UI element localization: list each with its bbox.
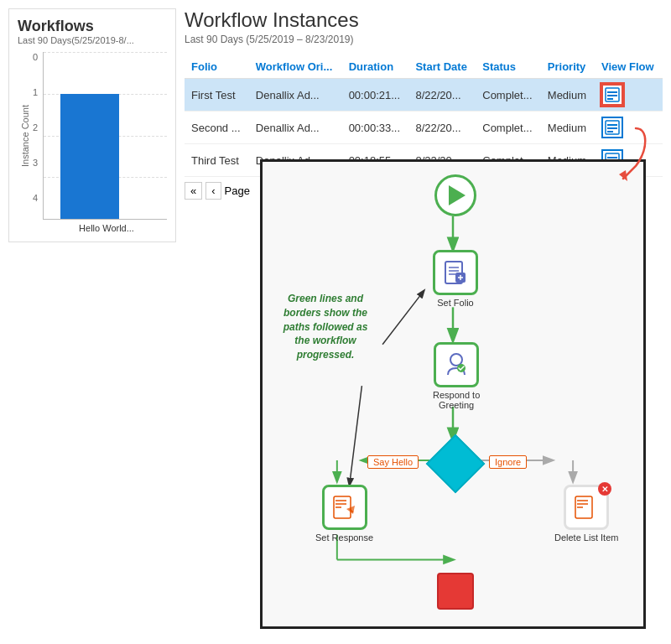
respond-icon — [434, 342, 479, 387]
chart-bars-area — [43, 52, 167, 220]
svg-rect-1 — [607, 91, 617, 93]
cell-workflow: Denallix Ad... — [249, 79, 342, 112]
y-axis-title: Instance Count — [20, 102, 30, 169]
set-folio-label: Set Folio — [437, 298, 473, 308]
start-node — [434, 174, 476, 216]
workflows-panel: Workflows Last 90 Days(5/25/2019-8/... I… — [8, 8, 176, 242]
page-label: Page — [225, 184, 250, 197]
cell-viewflow — [595, 79, 663, 112]
cell-folio: Second ... — [185, 112, 249, 144]
col-viewflow: View Flow — [595, 55, 663, 79]
delete-badge: ✕ — [598, 482, 611, 496]
cell-start: 8/22/20... — [408, 112, 476, 144]
col-duration: Duration — [342, 55, 409, 79]
respond-label: Respond to Greeting — [433, 390, 480, 410]
delete-label: Delete List Item — [554, 532, 618, 543]
respond-node: Respond to Greeting — [433, 342, 480, 410]
cell-workflow: Denallix Ad... — [249, 112, 342, 144]
diamond-icon — [426, 434, 486, 494]
instances-subtitle: Last 90 Days (5/25/2019 – 8/23/2019) — [185, 34, 663, 45]
set-response-node: Set Response — [315, 485, 373, 543]
decision-node — [434, 443, 476, 485]
chart-bar — [60, 94, 119, 219]
cell-folio: Third Test — [185, 144, 249, 177]
svg-rect-3 — [607, 98, 613, 100]
stop-icon — [437, 573, 474, 610]
red-arrow-indicator — [585, 124, 653, 186]
delete-node: ✕ Delete List Item — [554, 485, 618, 543]
set-response-icon — [322, 485, 367, 530]
col-folio: Folio — [185, 55, 249, 79]
col-status: Status — [476, 55, 541, 79]
view-flow-button[interactable] — [601, 84, 623, 106]
set-response-label: Set Response — [315, 532, 373, 543]
col-workflow: Workflow Ori... — [249, 55, 342, 79]
cell-folio: First Test — [185, 79, 249, 112]
flow-diagram-overlay: Green lines and borders show the paths f… — [260, 159, 646, 629]
col-start: Start Date — [408, 55, 476, 79]
workflows-subtitle: Last 90 Days(5/25/2019-8/... — [18, 35, 167, 45]
cell-duration: 00:00:33... — [342, 112, 409, 144]
bar-label: Hello World... — [38, 223, 167, 233]
play-icon — [449, 185, 466, 205]
workflows-title: Workflows — [18, 18, 167, 35]
delete-icon: ✕ — [564, 485, 609, 530]
stop-node — [437, 573, 474, 610]
cell-priority: Medium — [541, 79, 595, 112]
cell-duration: 00:00:21... — [342, 79, 409, 112]
start-circle — [434, 174, 476, 216]
cell-status: Complet... — [476, 112, 541, 144]
flow-inner: Green lines and borders show the paths f… — [263, 162, 643, 626]
set-folio-node: Set Folio — [433, 250, 478, 308]
instances-title: Workflow Instances — [185, 8, 663, 32]
first-page-button[interactable]: « — [185, 182, 202, 200]
say-hello-label: Say Hello — [367, 454, 419, 469]
svg-line-22 — [382, 291, 424, 345]
cell-start: 8/22/20... — [408, 79, 476, 112]
svg-line-23 — [350, 386, 362, 485]
table-row[interactable]: First Test Denallix Ad... 00:00:21... 8/… — [185, 79, 663, 112]
ignore-label: Ignore — [489, 454, 527, 469]
cell-status: Complet... — [476, 79, 541, 112]
chart-container: Instance Count 4 3 2 1 0 — [18, 52, 167, 220]
annotation-text: Green lines and borders show the paths f… — [275, 292, 376, 362]
col-priority: Priority — [541, 55, 595, 79]
prev-page-button[interactable]: ‹ — [205, 182, 221, 200]
set-folio-icon — [433, 250, 478, 295]
svg-rect-2 — [607, 95, 617, 96]
y-axis-labels: 4 3 2 1 0 — [33, 52, 38, 203]
svg-point-31 — [450, 354, 462, 366]
